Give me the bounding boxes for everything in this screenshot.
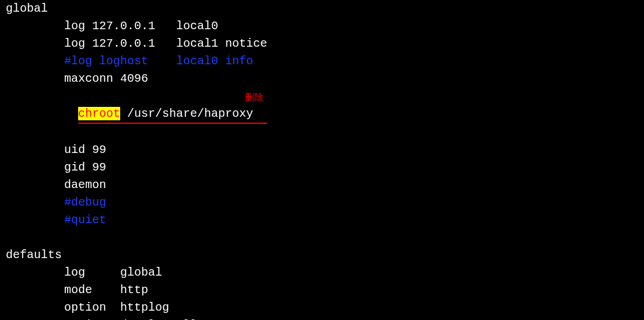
global-chroot-line: chroot /usr/share/haproxy 删除 bbox=[0, 88, 644, 141]
delete-annotation-1: 删除 bbox=[245, 91, 264, 105]
global-log-comment: #log loghost local0 info bbox=[0, 53, 644, 70]
defaults-option1: option httplog bbox=[0, 299, 644, 316]
global-daemon: daemon bbox=[0, 176, 644, 194]
global-section-header: global bbox=[0, 0, 644, 18]
global-debug-comment: #debug bbox=[0, 194, 644, 211]
global-maxconn: maxconn 4096 bbox=[0, 70, 644, 88]
defaults-log: log global bbox=[0, 264, 644, 281]
global-log2: log 127.0.0.1 local1 notice bbox=[0, 35, 644, 53]
defaults-section-header: defaults bbox=[0, 246, 644, 264]
global-quiet-comment: #quiet bbox=[0, 211, 644, 229]
global-gid: gid 99 bbox=[0, 159, 644, 176]
defaults-mode: mode http bbox=[0, 281, 644, 299]
global-uid: uid 99 bbox=[0, 141, 644, 159]
defaults-option2: option dontlognull bbox=[0, 316, 644, 320]
global-log1: log 127.0.0.1 local0 bbox=[0, 18, 644, 35]
chroot-highlight: chroot bbox=[78, 107, 120, 120]
chroot-path: /usr/share/haproxy bbox=[120, 107, 267, 120]
